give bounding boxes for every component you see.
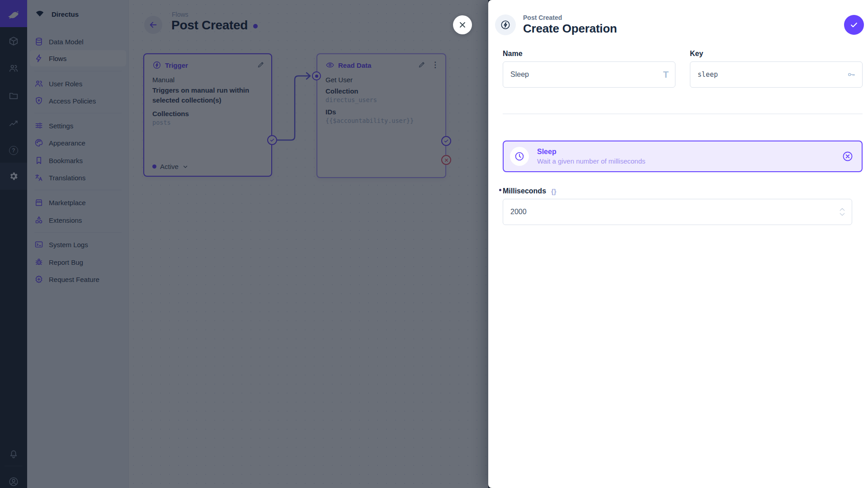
- title-formatter-icon: T: [663, 70, 669, 80]
- key-icon: [847, 70, 856, 79]
- key-label: Key: [690, 50, 703, 58]
- operation-type-name: Sleep: [537, 148, 646, 156]
- milliseconds-label: Milliseconds: [503, 187, 546, 195]
- circled-x-icon: [842, 150, 854, 162]
- name-label: Name: [503, 50, 523, 58]
- app-root: ? Directus Data Model Flows User: [0, 0, 868, 488]
- number-stepper[interactable]: [839, 207, 845, 216]
- stepper-up-icon[interactable]: [839, 207, 845, 211]
- milliseconds-input[interactable]: 2000: [503, 199, 852, 225]
- milliseconds-value: 2000: [510, 208, 527, 216]
- stepper-down-icon[interactable]: [839, 212, 845, 216]
- check-icon: [849, 20, 859, 29]
- create-operation-drawer: Post Created Create Operation Name Sleep…: [488, 0, 868, 488]
- close-button[interactable]: [453, 15, 472, 34]
- deselect-operation-button[interactable]: [842, 150, 854, 162]
- close-icon: [458, 20, 467, 29]
- raw-value-braces-icon[interactable]: {}: [551, 188, 557, 195]
- drawer-breadcrumb: Post Created: [523, 14, 617, 21]
- sleep-clock-icon: [510, 147, 529, 166]
- key-input[interactable]: sleep: [690, 61, 863, 88]
- save-button[interactable]: [844, 15, 864, 35]
- drawer-title: Create Operation: [523, 22, 617, 36]
- operation-header-icon: [495, 14, 516, 35]
- name-value: Sleep: [510, 70, 529, 79]
- operation-type-description: Wait a given number of milliseconds: [537, 157, 646, 165]
- drawer-divider: [503, 113, 863, 114]
- required-dot: [499, 189, 501, 191]
- selected-operation-card[interactable]: Sleep Wait a given number of millisecond…: [503, 141, 863, 172]
- key-value: sleep: [698, 70, 718, 79]
- name-input[interactable]: Sleep T: [503, 61, 675, 88]
